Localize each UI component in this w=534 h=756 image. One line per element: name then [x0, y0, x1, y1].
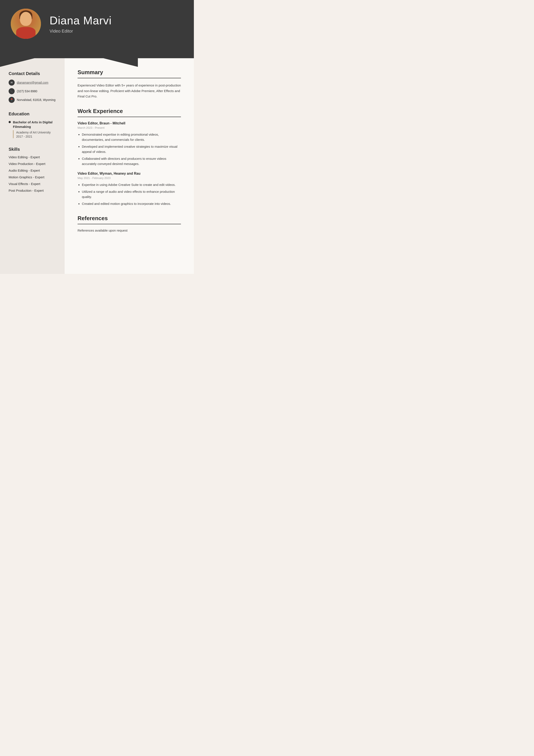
- job-bullet: Created and edited motion graphics to in…: [82, 201, 181, 206]
- summary-divider: [78, 78, 181, 78]
- references-divider: [78, 224, 181, 224]
- education-title: Education: [9, 112, 58, 117]
- contact-location-item: 📍 Norvalstad, 61818, Wyoming: [9, 97, 58, 103]
- email-icon: ✉: [9, 80, 15, 86]
- skill-item: Video Editing - Expert: [9, 155, 58, 159]
- work-experience-title: Work Experience: [78, 108, 181, 115]
- avatar: [11, 9, 41, 39]
- references-title: References: [78, 215, 181, 222]
- job-title: Video Editor, Braun - Mitchell: [78, 122, 181, 125]
- main-layout: Contact Details ✉ dianamarvi@gmail.com 📞…: [0, 58, 194, 274]
- header: Diana Marvi Video Editor: [0, 0, 194, 47]
- phone-value: (327) 534 8980: [17, 90, 37, 93]
- references-text: References available upon request: [78, 229, 181, 232]
- job-bullets: Expertise in using Adobe Creative Suite …: [78, 182, 181, 206]
- contact-section: Contact Details ✉ dianamarvi@gmail.com 📞…: [9, 71, 58, 103]
- candidate-name: Diana Marvi: [50, 14, 183, 27]
- location-icon: 📍: [9, 97, 15, 103]
- skill-item: Audio Editing - Expert: [9, 169, 58, 172]
- job-bullets: Demonstrated expertise in editing promot…: [78, 132, 181, 167]
- job-date: May 2021 - February 2023: [78, 176, 181, 180]
- skills-section: Skills Video Editing - ExpertVideo Produ…: [9, 147, 58, 192]
- skill-item: Visual Effects - Expert: [9, 182, 58, 186]
- job-bullet: Expertise in using Adobe Creative Suite …: [82, 182, 181, 187]
- job-bullet: Utilized a range of audio and video effe…: [82, 189, 181, 200]
- education-school: Academy of Art University: [16, 130, 58, 135]
- skill-item: Motion Graphics - Expert: [9, 175, 58, 179]
- main-content: Summary Experienced Video Editor with 5+…: [64, 58, 194, 274]
- references-section: References References available upon req…: [78, 215, 181, 232]
- contact-email-item: ✉ dianamarvi@gmail.com: [9, 80, 58, 86]
- job-bullet: Demonstrated expertise in editing promot…: [82, 132, 181, 142]
- skills-title: Skills: [9, 147, 58, 152]
- job-item: Video Editor, Wyman, Heaney and RauMay 2…: [78, 172, 181, 206]
- contact-phone-item: 📞 (327) 534 8980: [9, 88, 58, 94]
- email-value[interactable]: dianamarvi@gmail.com: [17, 81, 48, 84]
- header-info: Diana Marvi Video Editor: [50, 14, 183, 34]
- contact-title: Contact Details: [9, 71, 58, 76]
- education-years: 2017 - 2021: [16, 135, 58, 138]
- job-title: Video Editor, Wyman, Heaney and Rau: [78, 172, 181, 176]
- work-experience-divider: [78, 117, 181, 117]
- skills-list: Video Editing - ExpertVideo Production -…: [9, 155, 58, 192]
- summary-title: Summary: [78, 69, 181, 76]
- skill-item: Video Production - Expert: [9, 162, 58, 166]
- header-chevron: [0, 47, 194, 58]
- phone-icon: 📞: [9, 88, 15, 94]
- education-item: Bachelor of Arts in Digital Filmmaking A…: [9, 120, 58, 138]
- education-details: Academy of Art University 2017 - 2021: [13, 130, 58, 138]
- job-date: March 2023 - Present: [78, 126, 181, 129]
- education-degree: Bachelor of Arts in Digital Filmmaking: [9, 120, 58, 129]
- job-bullet: Developed and implemented creative strat…: [82, 144, 181, 154]
- jobs-list: Video Editor, Braun - MitchellMarch 2023…: [78, 122, 181, 206]
- candidate-title: Video Editor: [50, 29, 183, 34]
- summary-text: Experienced Video Editor with 5+ years o…: [78, 83, 181, 99]
- education-bullet-icon: [9, 121, 11, 123]
- education-section: Education Bachelor of Arts in Digital Fi…: [9, 112, 58, 138]
- sidebar: Contact Details ✉ dianamarvi@gmail.com 📞…: [0, 58, 64, 274]
- job-bullet: Collaborated with directors and producer…: [82, 156, 181, 167]
- skill-item: Post Production - Expert: [9, 189, 58, 192]
- summary-section: Summary Experienced Video Editor with 5+…: [78, 69, 181, 99]
- location-value: Norvalstad, 61818, Wyoming: [17, 98, 56, 101]
- work-experience-section: Work Experience Video Editor, Braun - Mi…: [78, 108, 181, 206]
- job-item: Video Editor, Braun - MitchellMarch 2023…: [78, 122, 181, 167]
